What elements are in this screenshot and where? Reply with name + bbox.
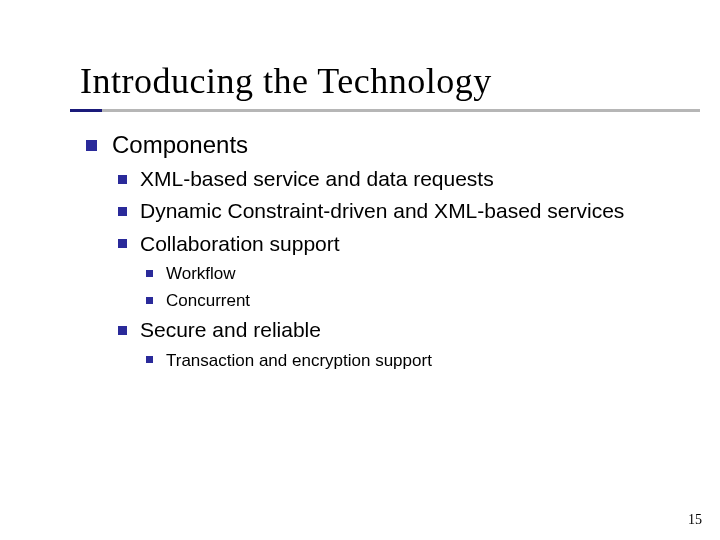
bullet-text: XML-based service and data requests: [140, 167, 494, 190]
square-bullet-icon: [146, 356, 153, 363]
bullet-list-level1: Components XML-based service and data re…: [80, 130, 660, 371]
list-item: Secure and reliable Transaction and encr…: [112, 317, 660, 371]
bullet-list-level3: Transaction and encryption support: [140, 350, 660, 371]
title-underline: [70, 109, 700, 112]
page-number: 15: [688, 512, 702, 528]
list-item: Dynamic Constraint-driven and XML-based …: [112, 198, 660, 224]
list-item: Components XML-based service and data re…: [80, 130, 660, 371]
underline-accent: [70, 109, 102, 112]
square-bullet-icon: [118, 175, 127, 184]
bullet-text: Concurrent: [166, 291, 250, 310]
square-bullet-icon: [118, 326, 127, 335]
list-item: XML-based service and data requests: [112, 166, 660, 192]
square-bullet-icon: [118, 239, 127, 248]
slide: Introducing the Technology Components XM…: [0, 0, 720, 540]
square-bullet-icon: [146, 270, 153, 277]
underline-grey: [70, 109, 700, 112]
title-block: Introducing the Technology: [80, 60, 660, 112]
bullet-text: Components: [112, 131, 248, 158]
square-bullet-icon: [118, 207, 127, 216]
bullet-text: Workflow: [166, 264, 236, 283]
slide-title: Introducing the Technology: [80, 60, 660, 102]
bullet-list-level2: XML-based service and data requests Dyna…: [112, 166, 660, 371]
list-item: Workflow: [140, 263, 660, 284]
list-item: Transaction and encryption support: [140, 350, 660, 371]
content-area: Components XML-based service and data re…: [80, 130, 660, 371]
bullet-list-level3: Workflow Concurrent: [140, 263, 660, 312]
square-bullet-icon: [86, 140, 97, 151]
bullet-text: Collaboration support: [140, 232, 340, 255]
list-item: Collaboration support Workflow Concurren…: [112, 231, 660, 312]
list-item: Concurrent: [140, 290, 660, 311]
square-bullet-icon: [146, 297, 153, 304]
bullet-text: Dynamic Constraint-driven and XML-based …: [140, 199, 624, 222]
bullet-text: Transaction and encryption support: [166, 351, 432, 370]
bullet-text: Secure and reliable: [140, 318, 321, 341]
